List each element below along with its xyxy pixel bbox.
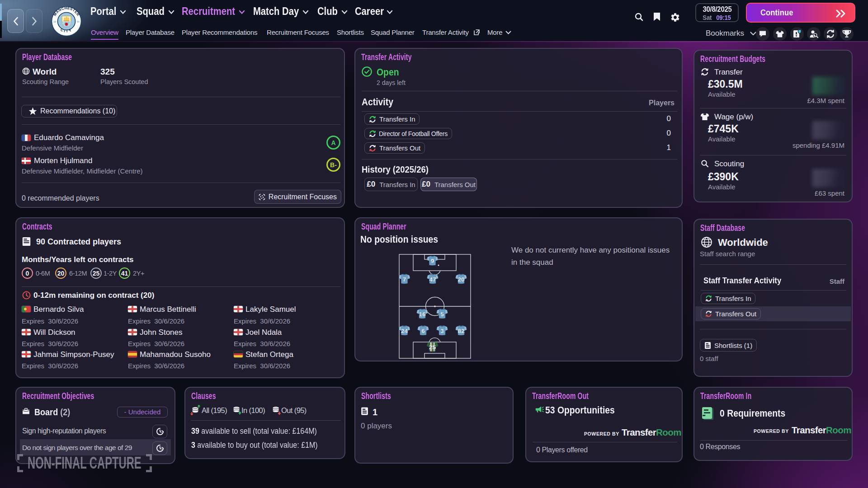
svg-text:20: 20	[458, 276, 464, 283]
svg-text:9: 9	[431, 258, 434, 264]
svg-text:6: 6	[421, 328, 425, 334]
svg-text:7: 7	[403, 276, 406, 283]
svg-text:25: 25	[429, 344, 436, 351]
svg-text:24: 24	[401, 328, 408, 334]
svg-text:16: 16	[419, 311, 426, 318]
svg-text:47: 47	[429, 276, 436, 283]
svg-text:3: 3	[440, 328, 444, 334]
svg-text:82: 82	[458, 328, 464, 334]
svg-text:18: 18	[53, 20, 56, 23]
svg-text:5: 5	[440, 311, 444, 318]
svg-text:94: 94	[77, 20, 80, 23]
